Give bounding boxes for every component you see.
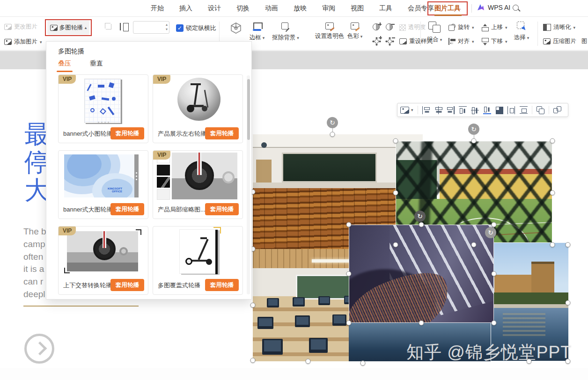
selection-handle[interactable] — [250, 303, 256, 308]
brush-icon — [351, 22, 359, 29]
selection-handle[interactable] — [393, 242, 398, 248]
tab-overlap[interactable]: 叠压 — [58, 59, 71, 72]
compress-picture-button[interactable]: 压缩图片 图 — [543, 37, 588, 45]
tab-picture-tools[interactable]: 图片工具 — [434, 4, 461, 13]
selection-handle[interactable] — [471, 139, 477, 144]
selection-handle[interactable] — [471, 242, 477, 248]
align-top-icon[interactable] — [459, 106, 467, 114]
selection-handle[interactable] — [419, 222, 424, 227]
apply-carousel-button[interactable]: 套用轮播 — [110, 279, 144, 291]
search-icon[interactable] — [512, 4, 521, 13]
group-button[interactable]: 组合▾ — [420, 22, 449, 44]
add-picture-button[interactable]: 添加图片 ▾ — [4, 38, 42, 46]
next-arrow-button[interactable] — [24, 334, 54, 364]
align-left-icon[interactable] — [422, 106, 430, 114]
columns-icon[interactable] — [120, 23, 128, 30]
brightness-decrease-icon[interactable] — [386, 37, 393, 44]
align-bottom-icon[interactable] — [483, 106, 491, 114]
selection-handle[interactable] — [250, 358, 256, 363]
tab-start[interactable]: 开始 — [151, 4, 164, 13]
carousel-template-card[interactable]: VIP 产品展示左右轮播 套用轮播 — [153, 74, 243, 143]
slide-body-text[interactable]: The b camp often it is a can r deepl — [23, 226, 47, 301]
selection-handle[interactable] — [360, 361, 366, 366]
group-icon[interactable] — [537, 106, 544, 114]
apply-carousel-button[interactable]: 套用轮播 — [110, 127, 144, 139]
color-button[interactable]: 色彩▾ — [341, 22, 369, 40]
selection-handle[interactable] — [346, 321, 352, 326]
selection-handle[interactable] — [566, 300, 571, 306]
tab-tools[interactable]: 工具 — [379, 4, 392, 13]
tab-review[interactable]: 审阅 — [322, 4, 335, 13]
chevron-down-icon[interactable]: ▾ — [411, 108, 413, 112]
size-spinbox[interactable]: ▴ ▾ — [133, 21, 169, 34]
rotation-handle[interactable]: ↻ — [327, 117, 338, 128]
spin-down-icon[interactable]: ▾ — [166, 27, 168, 32]
apply-carousel-button[interactable]: 套用轮播 — [205, 127, 239, 139]
spin-up-icon[interactable]: ▴ — [166, 22, 168, 27]
change-picture-button[interactable]: 更改图片 — [4, 23, 37, 31]
rotation-handle[interactable]: ↻ — [485, 227, 496, 238]
selection-handle[interactable] — [306, 359, 311, 364]
rotation-handle[interactable]: ↻ — [468, 124, 479, 135]
send-backward-button[interactable]: 下移 ▾ — [481, 37, 507, 45]
tab-slideshow[interactable]: 放映 — [294, 4, 307, 13]
carousel-template-card[interactable]: VIP banner式小图轮播 — [58, 74, 148, 143]
carousel-template-card[interactable]: 多图覆盖式轮播 套用轮播 — [153, 226, 243, 295]
scrollbar-thumb[interactable] — [247, 79, 250, 140]
clipped-ribbon-item[interactable]: 图 — [581, 37, 588, 45]
panel-scrollbar[interactable] — [247, 75, 250, 294]
selection-handle[interactable] — [393, 190, 398, 196]
rotation-handle[interactable]: ↻ — [414, 211, 426, 222]
tab-transition[interactable]: 切换 — [236, 4, 250, 13]
align-button[interactable]: 对齐 ▾ — [448, 37, 474, 45]
selection-handle[interactable] — [550, 190, 555, 196]
distribute-vertical-icon[interactable] — [520, 106, 528, 114]
carousel-template-card[interactable]: KINGSOFT OFFICE banner式大图轮播 套用轮播 — [58, 150, 148, 219]
selection-handle[interactable] — [492, 222, 497, 227]
selection-handle[interactable] — [346, 271, 352, 277]
selection-handle[interactable] — [492, 271, 497, 277]
selection-handle[interactable] — [393, 139, 398, 144]
wps-ai-button[interactable]: WPS AI — [477, 4, 510, 11]
tab-insert[interactable]: 插入 — [179, 4, 192, 13]
tab-vertical[interactable]: 垂直 — [90, 59, 103, 72]
carousel-template-card[interactable]: VIP 上下交替转换轮播 套用轮播 — [58, 226, 148, 295]
selection-handle[interactable] — [330, 132, 335, 137]
multi-carousel-button[interactable]: 多图轮播 ▴ — [47, 21, 89, 35]
tab-design[interactable]: 设计 — [208, 4, 221, 13]
remove-background-button[interactable]: 抠除背景▾ — [266, 22, 305, 42]
tab-view[interactable]: 视图 — [351, 4, 364, 13]
selection-handle[interactable] — [527, 359, 532, 364]
watermark-text: 知乎 @锦乡悦堂PPT — [406, 341, 572, 364]
library-photo[interactable] — [349, 225, 494, 323]
brightness-increase-icon[interactable] — [373, 37, 380, 44]
align-center-horizontal-icon[interactable] — [434, 106, 442, 114]
selection-handle[interactable] — [566, 242, 571, 248]
bring-forward-button[interactable]: 上移 ▾ — [481, 23, 507, 31]
picture-layout-icon[interactable] — [400, 107, 409, 114]
selection-handle[interactable] — [419, 321, 424, 326]
tab-animation[interactable]: 动画 — [265, 4, 278, 13]
crop-icon[interactable] — [103, 23, 111, 31]
selection-handle[interactable] — [566, 359, 571, 364]
carousel-template-card[interactable]: VIP 产品局部缩略图... 套用轮 — [153, 150, 243, 219]
ungroup-icon[interactable] — [553, 106, 561, 114]
align-right-icon[interactable] — [447, 106, 455, 114]
selection-handle[interactable] — [550, 139, 555, 144]
apply-carousel-button[interactable]: 套用轮播 — [110, 203, 144, 215]
distribute-grid-icon[interactable] — [495, 106, 503, 114]
distribute-horizontal-icon[interactable] — [507, 106, 515, 114]
select-button[interactable]: 选择▾ — [508, 22, 535, 42]
checkbox-checked-icon[interactable]: ✓ — [176, 24, 184, 32]
contrast-increase-icon[interactable] — [373, 23, 380, 30]
contrast-decrease-icon[interactable] — [386, 23, 393, 30]
apply-carousel-button[interactable]: 套用轮播 — [205, 279, 239, 291]
selection-handle[interactable] — [492, 321, 497, 326]
selection-handle[interactable] — [346, 222, 352, 227]
align-middle-vertical-icon[interactable] — [471, 106, 479, 114]
rotate-button[interactable]: 旋转 ▾ — [448, 23, 474, 31]
sharpen-button[interactable]: 清晰化 ▾ — [543, 23, 575, 31]
multi-carousel-panel: 多图轮播 叠压 垂直 VIP — [46, 41, 252, 300]
apply-carousel-button[interactable]: 套用轮播 — [205, 203, 239, 215]
selection-handle[interactable] — [550, 242, 555, 248]
